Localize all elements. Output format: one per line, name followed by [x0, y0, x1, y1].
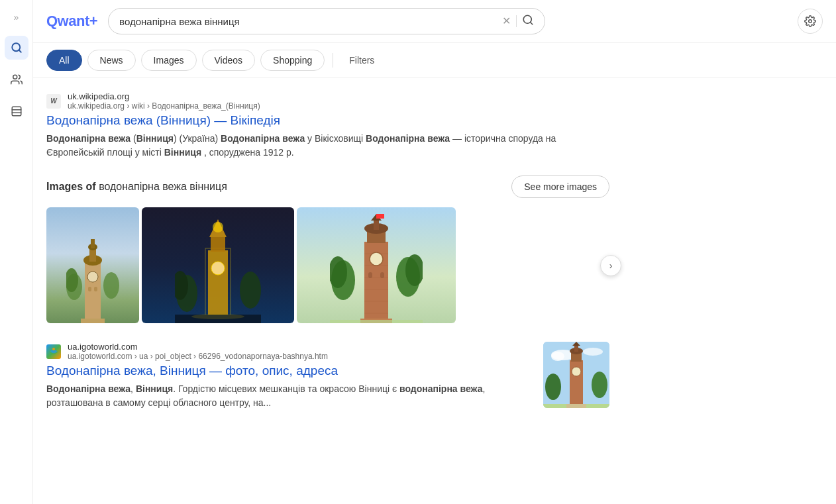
- favicon-wikipedia: W: [46, 94, 61, 109]
- svg-point-54: [52, 348, 55, 350]
- result-title-igotoworld[interactable]: Водонапірна вежа, Вінниця — фото, опис, …: [46, 364, 533, 378]
- svg-rect-48: [380, 272, 384, 278]
- result-title-wikipedia[interactable]: Водонапірна вежа (Вінниця) — Вікіпедія: [46, 113, 609, 128]
- svg-rect-18: [94, 287, 97, 291]
- sidebar-collapse-icon[interactable]: »: [9, 7, 25, 28]
- result-thumbnail-igotoworld[interactable]: [543, 342, 609, 408]
- svg-point-57: [551, 352, 564, 361]
- main-container: Qwant+ ✕ All News Images Videos Shopping…: [33, 0, 836, 504]
- svg-rect-17: [88, 287, 91, 291]
- settings-icon[interactable]: [798, 9, 823, 34]
- svg-rect-43: [374, 219, 379, 230]
- source-path-wikipedia: uk.wikipedia.org › wiki › Водонапірна_ве…: [68, 101, 260, 111]
- result-text-igotoworld: ua.igotoworld.com ua.igotoworld.com › ua…: [46, 342, 533, 410]
- search-input[interactable]: [119, 16, 497, 27]
- images-next-button[interactable]: ›: [600, 255, 621, 276]
- svg-point-66: [572, 367, 581, 376]
- images-section: Images of водонапірна вежа вінниця See m…: [46, 176, 609, 323]
- images-title: Images of водонапірна вежа вінниця: [46, 181, 227, 193]
- tab-images[interactable]: Images: [141, 50, 197, 71]
- svg-point-59: [545, 374, 561, 400]
- result-snippet-igotoworld: Водонапірна вежа, Вінниця. Гордістю місц…: [46, 382, 533, 410]
- source-domain-wikipedia: uk.wikipedia.org: [68, 91, 260, 101]
- result-with-thumbnail: ua.igotoworld.com ua.igotoworld.com › ua…: [46, 342, 609, 410]
- svg-rect-15: [91, 239, 95, 248]
- logo-star: +: [89, 13, 97, 29]
- images-query: водонапірна вежа вінниця: [99, 181, 227, 192]
- tab-shopping[interactable]: Shopping: [260, 50, 325, 71]
- source-domain-igotoworld: ua.igotoworld.com: [68, 342, 328, 352]
- images-title-prefix: Images of: [46, 181, 96, 192]
- result-source-igotoworld: ua.igotoworld.com ua.igotoworld.com › ua…: [46, 342, 533, 361]
- svg-point-60: [592, 372, 607, 398]
- logo: Qwant+: [46, 13, 97, 30]
- images-header: Images of водонапірна вежа вінниця See m…: [46, 176, 609, 198]
- thumb-tower-image: [543, 342, 609, 408]
- sidebar-people-icon[interactable]: [5, 68, 28, 91]
- tower-day-bg: [46, 207, 139, 323]
- source-info-wikipedia: uk.wikipedia.org uk.wikipedia.org › wiki…: [68, 91, 260, 111]
- result-source-wikipedia: W uk.wikipedia.org uk.wikipedia.org › wi…: [46, 91, 609, 111]
- svg-point-8: [809, 20, 812, 23]
- svg-rect-11: [85, 260, 101, 323]
- header: Qwant+ ✕: [33, 0, 836, 43]
- svg-rect-68: [566, 404, 586, 408]
- logo-text: Qwant: [46, 13, 89, 29]
- tower-summer-bg: [297, 207, 456, 323]
- svg-rect-52: [330, 320, 423, 323]
- svg-point-16: [87, 272, 98, 282]
- tab-videos[interactable]: Videos: [202, 50, 256, 71]
- favicon-igotoworld: [46, 344, 61, 359]
- svg-point-46: [370, 252, 383, 266]
- sidebar-bookmark-icon[interactable]: [5, 99, 28, 123]
- image-thumb-1[interactable]: [46, 207, 139, 323]
- result-igotoworld: ua.igotoworld.com ua.igotoworld.com › ua…: [46, 342, 609, 410]
- source-path-igotoworld: ua.igotoworld.com › ua › poi_object › 66…: [68, 352, 328, 361]
- results-container: W uk.wikipedia.org uk.wikipedia.org › wi…: [33, 78, 629, 504]
- tower-night-bg: [142, 207, 294, 323]
- svg-rect-64: [574, 345, 578, 352]
- nav-tabs: All News Images Videos Shopping Filters: [33, 43, 836, 78]
- svg-point-28: [211, 262, 225, 275]
- svg-line-7: [531, 22, 533, 24]
- svg-point-58: [583, 348, 603, 356]
- image-thumb-2[interactable]: [142, 207, 294, 323]
- svg-rect-25: [211, 237, 225, 252]
- see-more-images-button[interactable]: See more images: [511, 176, 609, 198]
- svg-point-27: [213, 222, 223, 232]
- svg-point-31: [240, 272, 261, 309]
- clear-icon[interactable]: ✕: [502, 16, 511, 26]
- sidebar-search-icon[interactable]: [5, 36, 28, 60]
- svg-rect-45: [376, 214, 384, 219]
- svg-point-2: [13, 75, 17, 79]
- sidebar: »: [0, 0, 33, 504]
- svg-line-1: [19, 50, 21, 52]
- source-info-igotoworld: ua.igotoworld.com ua.igotoworld.com › ua…: [68, 342, 328, 361]
- search-submit-icon[interactable]: [522, 14, 534, 28]
- tab-news[interactable]: News: [87, 50, 136, 71]
- search-bar: ✕: [108, 8, 545, 34]
- svg-rect-19: [81, 319, 105, 323]
- result-snippet-wikipedia: Водонапірна вежа (Вінниця) (Україна) Вод…: [46, 132, 609, 160]
- filters-button[interactable]: Filters: [341, 50, 382, 70]
- tab-all[interactable]: All: [46, 50, 82, 71]
- svg-rect-47: [368, 272, 372, 278]
- result-wikipedia: W uk.wikipedia.org uk.wikipedia.org › wi…: [46, 91, 609, 160]
- svg-rect-3: [12, 107, 21, 116]
- svg-point-20: [103, 272, 119, 299]
- tabs-divider: [333, 53, 333, 68]
- svg-point-30: [191, 314, 244, 319]
- image-thumb-3[interactable]: [297, 207, 456, 323]
- images-row: ›: [46, 207, 609, 323]
- search-divider: [516, 15, 517, 27]
